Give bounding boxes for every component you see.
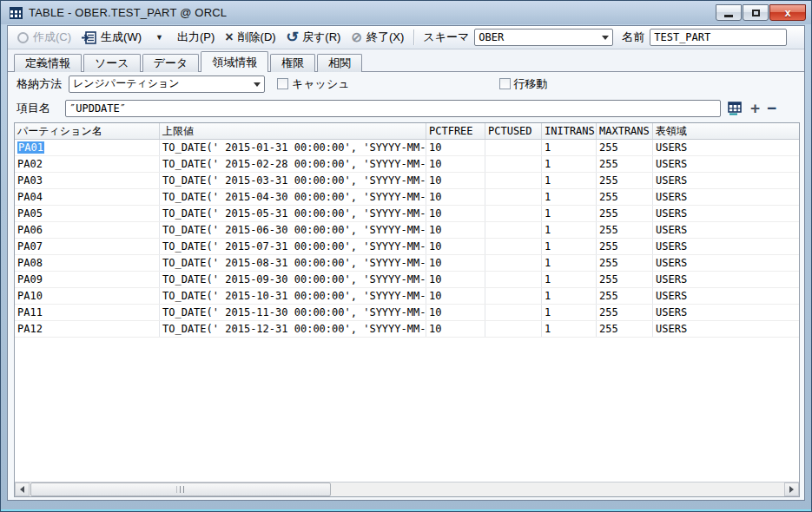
cell-name[interactable]: PA02 [15,156,160,172]
generate-button[interactable]: 生成(W) [77,28,148,47]
cell-pctfree[interactable]: 10 [426,189,485,205]
cell-pctused[interactable] [485,189,542,205]
cell-upper[interactable]: TO_DATE(' 2015-10-31 00:00:00', 'SYYYY-M… [160,288,426,304]
cell-pctused[interactable] [485,156,542,172]
cell-pctfree[interactable]: 10 [426,173,485,188]
cell-name[interactable]: PA08 [15,255,160,271]
cell-name[interactable]: PA05 [15,206,160,221]
name-field[interactable]: TEST_PART [650,29,787,46]
cell-upper[interactable]: TO_DATE(' 2015-05-31 00:00:00', 'SYYYY-M… [160,206,426,221]
cell-pctused[interactable] [485,305,542,320]
cell-maxtrans[interactable]: 255 [597,321,653,337]
cell-maxtrans[interactable]: 255 [597,173,653,188]
cell-name[interactable]: PA11 [15,305,160,320]
cell-maxtrans[interactable]: 255 [597,222,653,238]
tab-relations[interactable]: 相関 [317,54,362,72]
cell-upper[interactable]: TO_DATE(' 2015-11-30 00:00:00', 'SYYYY-M… [160,305,426,320]
grid-edit-icon[interactable] [728,102,743,115]
cell-name[interactable]: PA07 [15,239,160,254]
tab-storage-info[interactable]: 領域情報 [201,51,268,72]
cell-name[interactable]: PA04 [15,189,160,205]
cell-upper[interactable]: TO_DATE(' 2015-07-31 00:00:00', 'SYYYY-M… [160,239,426,254]
generate-dropdown-button[interactable]: ▼ [148,31,173,43]
cell-pctused[interactable] [485,288,542,304]
cell-upper[interactable]: TO_DATE(' 2015-09-30 00:00:00', 'SYYYY-M… [160,272,426,287]
cell-initrans[interactable]: 1 [542,140,597,155]
column-header-initrans[interactable]: INITRANS [542,123,597,139]
cell-pctused[interactable] [485,140,542,155]
tab-privileges[interactable]: 権限 [270,54,315,72]
exit-button[interactable]: ⊘ 終了(X) [347,28,410,47]
cell-tablespace[interactable]: USERS [653,288,799,304]
cell-upper[interactable]: TO_DATE(' 2015-12-31 00:00:00', 'SYYYY-M… [160,321,426,337]
tab-definition[interactable]: 定義情報 [14,54,82,72]
cell-name[interactable]: PA09 [15,272,160,287]
cell-maxtrans[interactable]: 255 [597,140,653,155]
cell-tablespace[interactable]: USERS [653,272,799,287]
horizontal-scrollbar[interactable] [15,482,799,496]
cell-tablespace[interactable]: USERS [653,321,799,337]
maximize-button[interactable] [743,4,769,21]
scroll-left-button[interactable] [15,482,30,496]
cell-pctfree[interactable]: 10 [426,272,485,287]
cell-initrans[interactable]: 1 [542,206,597,221]
cell-initrans[interactable]: 1 [542,305,597,320]
column-header-pctfree[interactable]: PCTFREE [426,123,485,139]
minimize-button[interactable] [716,4,742,21]
cell-tablespace[interactable]: USERS [653,255,799,271]
scroll-right-button[interactable] [784,482,799,496]
cell-pctfree[interactable]: 10 [426,288,485,304]
cell-pctfree[interactable]: 10 [426,140,485,155]
column-name-field[interactable]: ″UPDDATE″ [65,100,721,117]
cell-pctfree[interactable]: 10 [426,305,485,320]
remove-partition-icon[interactable]: − [767,103,776,114]
cell-upper[interactable]: TO_DATE(' 2015-06-30 00:00:00', 'SYYYY-M… [160,222,426,238]
cell-pctused[interactable] [485,222,542,238]
cell-pctused[interactable] [485,239,542,254]
cell-tablespace[interactable]: USERS [653,189,799,205]
cell-pctfree[interactable]: 10 [426,222,485,238]
add-partition-icon[interactable]: + [750,102,760,115]
cell-name[interactable]: PA06 [15,222,160,238]
cell-maxtrans[interactable]: 255 [597,206,653,221]
cell-pctused[interactable] [485,272,542,287]
cell-pctused[interactable] [485,173,542,188]
schema-combobox[interactable]: OBER [474,29,613,46]
cell-tablespace[interactable]: USERS [653,206,799,221]
tab-data[interactable]: データ [142,54,200,72]
cell-maxtrans[interactable]: 255 [597,255,653,271]
cache-checkbox[interactable] [277,78,288,89]
cell-tablespace[interactable]: USERS [653,239,799,254]
storage-method-combobox[interactable]: レンジパーティション [69,75,265,93]
cell-maxtrans[interactable]: 255 [597,272,653,287]
cell-upper[interactable]: TO_DATE(' 2015-08-31 00:00:00', 'SYYYY-M… [160,255,426,271]
column-header-upper-bound[interactable]: 上限値 [160,123,426,139]
revert-button[interactable]: ↺ 戻す(R) [282,28,347,47]
column-header-tablespace[interactable]: 表領域 [653,123,799,139]
cell-pctfree[interactable]: 10 [426,156,485,172]
cell-name[interactable]: PA03 [15,173,160,188]
cell-pctfree[interactable]: 10 [426,239,485,254]
tab-source[interactable]: ソース [83,54,141,72]
cell-maxtrans[interactable]: 255 [597,288,653,304]
column-header-partition-name[interactable]: パーティション名 [15,123,160,139]
cell-name[interactable]: PA01 [15,140,160,155]
column-header-pctused[interactable]: PCTUSED [485,123,542,139]
cell-initrans[interactable]: 1 [542,173,597,188]
cell-upper[interactable]: TO_DATE(' 2015-02-28 00:00:00', 'SYYYY-M… [160,156,426,172]
cell-maxtrans[interactable]: 255 [597,189,653,205]
cell-pctfree[interactable]: 10 [426,206,485,221]
cell-name[interactable]: PA12 [15,321,160,337]
delete-button[interactable]: × 削除(D) [221,28,281,47]
row-movement-checkbox[interactable] [499,78,511,89]
cell-pctfree[interactable]: 10 [426,321,485,337]
cell-tablespace[interactable]: USERS [653,173,799,188]
title-bar[interactable]: TABLE - OBER.TEST_PART @ ORCL x [1,1,811,24]
cell-maxtrans[interactable]: 255 [597,305,653,320]
cell-upper[interactable]: TO_DATE(' 2015-04-30 00:00:00', 'SYYYY-M… [160,189,426,205]
cell-maxtrans[interactable]: 255 [597,239,653,254]
cell-name[interactable]: PA10 [15,288,160,304]
close-button[interactable]: x [769,4,806,21]
cell-initrans[interactable]: 1 [542,189,597,205]
cell-maxtrans[interactable]: 255 [597,156,653,172]
